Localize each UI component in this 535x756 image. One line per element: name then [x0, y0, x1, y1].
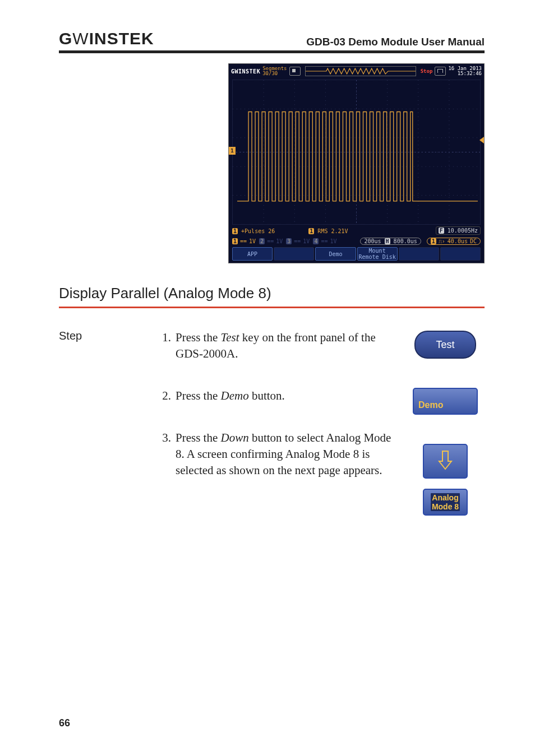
down-arrow-icon	[423, 444, 468, 479]
analog-mode-label: Analog Mode 8	[423, 489, 468, 516]
trigger-level-marker	[479, 137, 484, 143]
step-list: 1. Press the Test key on the front panel…	[160, 330, 400, 504]
softkey-app[interactable]: APP	[232, 247, 273, 261]
softkey-demo[interactable]: Demo	[315, 247, 356, 261]
step-item: 3. Press the Down button to select Analo…	[160, 430, 400, 479]
softkey-empty	[440, 247, 481, 261]
step-item: 1. Press the Test key on the front panel…	[160, 330, 400, 362]
ch4-scale: 4 == 1V	[313, 238, 336, 244]
softkey-empty	[399, 247, 439, 261]
ch1-scale: 1 == 1V	[232, 238, 256, 244]
waveform-thumbnail	[305, 66, 416, 76]
brand-logo: GWINSTEK	[59, 29, 154, 48]
channel-bar: 1 == 1V 2 == 1V 3 == 1V 4 == 1V 200us H …	[232, 237, 481, 245]
header-rule	[59, 50, 485, 53]
segments-readout: Segments30/30	[262, 66, 287, 76]
frequency-readout: F 10.0005Hz	[436, 226, 481, 235]
ch2-scale: 2 == 1V	[259, 238, 283, 244]
section-heading: Display Parallel (Analog Mode 8)	[59, 285, 485, 302]
page-number: 66	[59, 717, 70, 729]
oscilloscope-screenshot: GWINSTEK Segments30/30 Stop 16 Jan 20131…	[228, 63, 485, 263]
bracket-icon	[435, 67, 446, 76]
run-status: Stop	[421, 68, 433, 74]
softkey-empty	[274, 247, 314, 261]
trigger-readout: 1 ⎍›40.0us DC	[427, 238, 481, 245]
page-title: GDB-03 Demo Module User Manual	[306, 36, 485, 48]
step-item: 2. Press the Demo button.	[160, 388, 400, 404]
channel-marker: 1	[229, 147, 236, 155]
step-label: Step	[59, 330, 154, 342]
waveform-grid	[232, 80, 481, 225]
scope-brand: GWINSTEK	[231, 68, 260, 75]
stop-icon	[289, 67, 301, 76]
softkey-row: APP Demo Mount Remote Disk	[232, 247, 481, 261]
timebase-readout: 200us H 800.0us	[360, 238, 421, 245]
test-key-illustration: Test	[414, 331, 476, 359]
datetime-readout: 16 Jan 201315:32:46	[448, 66, 482, 76]
ch3-scale: 3 == 1V	[286, 238, 310, 244]
analog-mode-illustration: Analog Mode 8	[423, 444, 468, 516]
softkey-mount-remote-disk[interactable]: Mount Remote Disk	[357, 247, 398, 261]
section-rule	[59, 307, 485, 308]
demo-softkey-illustration: Demo	[413, 388, 478, 415]
